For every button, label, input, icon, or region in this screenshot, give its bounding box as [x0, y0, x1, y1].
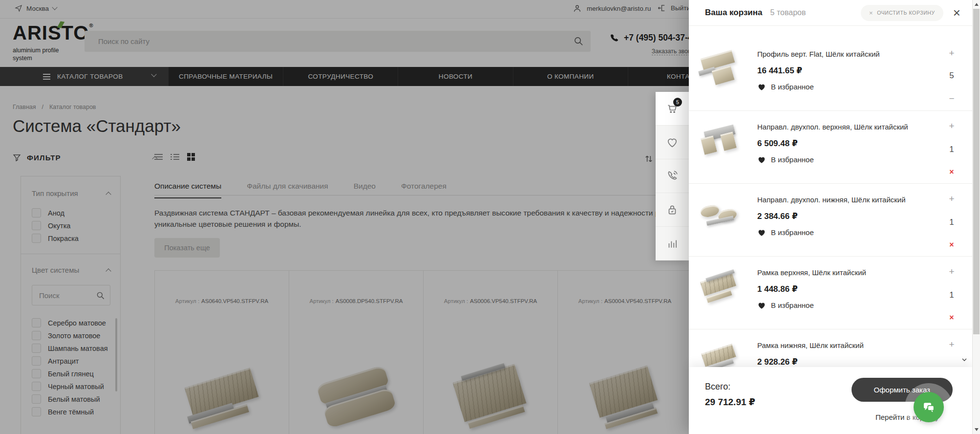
heart-filled-icon: [757, 83, 766, 91]
heart-icon: [666, 136, 679, 149]
heart-filled-icon: [757, 301, 766, 310]
favorite-toggle[interactable]: В избранное: [757, 83, 943, 91]
chat-bubbles-icon: [921, 400, 936, 414]
close-cart-button[interactable]: ×: [953, 6, 960, 19]
qty-increase-button[interactable]: +: [949, 194, 954, 203]
scroll-down-chevron[interactable]: [960, 356, 968, 364]
cart-item: Рамка верхняя, Шёлк китайский 1 448.86 ₽…: [689, 256, 972, 329]
cart-item-price: 1 448.86 ₽: [757, 284, 943, 294]
cart-item-image: [697, 47, 744, 89]
qty-increase-button[interactable]: +: [949, 121, 954, 130]
scrollbar-up-arrow[interactable]: [975, 3, 979, 6]
bar-chart-icon: [666, 237, 679, 250]
cart-badge: 5: [673, 98, 682, 107]
stats-rail-button[interactable]: [656, 227, 689, 260]
favorite-label: В избранное: [771, 228, 814, 237]
screen: Москва merkulovkn@aristo.ru Выйти ARISTO…: [0, 0, 980, 434]
qty-increase-button[interactable]: +: [949, 340, 954, 349]
divider: [689, 329, 972, 329]
quantity-stepper: + 1 ×: [943, 266, 960, 323]
lock-check-icon: [666, 203, 679, 216]
scrollbar-down-arrow[interactable]: [975, 428, 979, 431]
cart-item-price: 2 384.66 ₽: [757, 211, 943, 221]
cart-item: Направл. двухпол. нижняя, Шёлк китайский…: [689, 183, 972, 256]
cart-drawer: Ваша корзина 5 товаров × ОЧИСТИТЬ КОРЗИН…: [689, 0, 972, 434]
favorite-toggle[interactable]: В избранное: [757, 228, 943, 237]
cart-item-price: 2 928.26 ₽: [757, 357, 943, 367]
cart-header: Ваша корзина 5 товаров × ОЧИСТИТЬ КОРЗИН…: [689, 0, 972, 26]
quantity-stepper: + 1: [943, 339, 960, 367]
qty-increase-button[interactable]: +: [949, 48, 954, 58]
secure-rail-button[interactable]: [656, 193, 689, 227]
heart-filled-icon: [757, 155, 766, 164]
remove-item-button[interactable]: ×: [949, 168, 954, 176]
favorite-label: В избранное: [771, 301, 814, 309]
cart-title: Ваша корзина: [705, 8, 763, 18]
cart-item: Рамка нижняя, Шёлк китайский 2 928.26 ₽ …: [689, 329, 972, 367]
cart-item-image: [697, 193, 744, 235]
favorite-toggle[interactable]: В избранное: [757, 301, 943, 310]
scrollbar-thumb[interactable]: [973, 9, 980, 334]
cart-items-count: 5 товаров: [770, 8, 806, 17]
favorite-toggle[interactable]: В избранное: [757, 155, 943, 164]
divider: [689, 110, 972, 111]
qty-value: 5: [949, 71, 954, 81]
favorite-label: В избранное: [771, 83, 814, 91]
page-scrollbar[interactable]: [972, 0, 980, 434]
quantity-stepper: + 1 ×: [943, 193, 960, 250]
phone-call-icon: [666, 170, 679, 182]
chat-button[interactable]: [914, 392, 944, 422]
cart-item-name[interactable]: Направл. двухпол. нижняя, Шёлк китайский: [757, 195, 943, 205]
remove-item-button[interactable]: ×: [949, 241, 954, 249]
quantity-stepper: + 1 ×: [943, 120, 960, 177]
callback-rail-button[interactable]: [656, 159, 689, 193]
qty-decrease-button[interactable]: −: [949, 94, 954, 103]
favorite-label: В избранное: [771, 155, 814, 164]
qty-value: 1: [949, 145, 954, 154]
heart-filled-icon: [757, 228, 766, 237]
cart-item-price: 16 441.65 ₽: [757, 65, 943, 76]
cart-item-image: [697, 120, 744, 162]
cart-item-name[interactable]: Профиль верт. Flat, Шёлк китайский: [757, 49, 943, 59]
cart-item-price: 6 509.48 ₽: [757, 138, 943, 149]
cart-item-image: [697, 266, 744, 308]
cart-item: Направл. двухпол. верхняя, Шёлк китайски…: [689, 110, 972, 183]
cart-item-image: [697, 339, 744, 367]
cart-item: Профиль верт. Flat, Шёлк китайский 16 44…: [689, 26, 972, 110]
cart-rail-button[interactable]: 5: [656, 92, 689, 126]
cart-item-name[interactable]: Рамка нижняя, Шёлк китайский: [757, 341, 943, 350]
divider: [689, 256, 972, 257]
clear-cart-button[interactable]: × ОЧИСТИТЬ КОРЗИНУ: [861, 5, 943, 21]
side-toolbar: 5: [656, 92, 689, 260]
cart-items-list: Профиль верт. Flat, Шёлк китайский 16 44…: [689, 26, 972, 367]
qty-increase-button[interactable]: +: [949, 267, 954, 276]
qty-value: 1: [949, 290, 954, 300]
divider: [689, 183, 972, 184]
cart-item-name[interactable]: Рамка верхняя, Шёлк китайский: [757, 268, 943, 278]
favorites-rail-button[interactable]: [656, 126, 689, 159]
remove-item-button[interactable]: ×: [949, 314, 954, 322]
qty-value: 1: [949, 217, 954, 227]
clear-x-icon: ×: [869, 10, 873, 16]
quantity-stepper: + 5 −: [943, 47, 960, 104]
cart-item-name[interactable]: Направл. двухпол. верхняя, Шёлк китайски…: [757, 122, 943, 132]
